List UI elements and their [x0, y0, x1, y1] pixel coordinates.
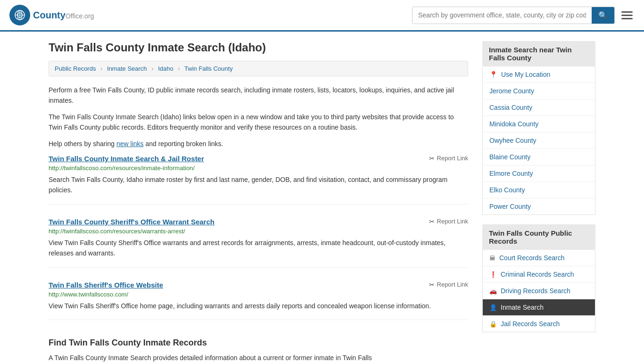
- description-1: Perform a free Twin Falls County, ID pub…: [49, 85, 468, 106]
- nearby-owyhee[interactable]: Owyhee County: [483, 132, 595, 149]
- nearby-section: Inmate Search near Twin Falls County 📍 U…: [482, 41, 595, 215]
- result-item: Twin Falls County Inmate Search & Jail R…: [49, 155, 468, 205]
- sidebar-driving-records[interactable]: Driving Records Search: [483, 283, 595, 299]
- jail-icon: [489, 320, 497, 328]
- search-button[interactable]: 🔍: [592, 7, 614, 24]
- result-desc-3: View Twin Falls Sheriff's Office home pa…: [49, 301, 468, 311]
- page-container: Twin Falls County Inmate Search (Idaho) …: [39, 32, 605, 362]
- description-3: Help others by sharing new links and rep…: [49, 139, 468, 149]
- report-link-icon-1: ✂: [429, 155, 435, 162]
- report-link-2[interactable]: ✂ Report Link: [429, 218, 468, 225]
- inmate-icon: [489, 304, 497, 311]
- breadcrumb-public-records[interactable]: Public Records: [55, 65, 96, 72]
- result-header: Twin Falls County Inmate Search & Jail R…: [49, 155, 468, 163]
- result-url-1[interactable]: http://twinfallscoso.com/resources/inmat…: [49, 165, 468, 172]
- header: CountyOffice.org 🔍: [0, 0, 644, 32]
- find-section: Find Twin Falls County Inmate Records A …: [49, 333, 468, 362]
- result-desc-2: View Twin Falls County Sheriff's Office …: [49, 238, 468, 259]
- result-url-3[interactable]: http://www.twinfallscoso.com/: [49, 291, 468, 298]
- public-records-section-header: Twin Falls County Public Records: [482, 224, 595, 250]
- result-header: Twin Falls Sheriff's Office Website ✂ Re…: [49, 281, 468, 289]
- page-title: Twin Falls County Inmate Search (Idaho): [49, 41, 468, 54]
- criminal-icon: [489, 271, 497, 278]
- result-title-3[interactable]: Twin Falls Sheriff's Office Website: [49, 281, 163, 289]
- find-section-title: Find Twin Falls County Inmate Records: [49, 338, 468, 348]
- sidebar-jail-records[interactable]: Jail Records Search: [483, 316, 595, 332]
- report-link-icon-3: ✂: [429, 281, 435, 288]
- main-content: Twin Falls County Inmate Search (Idaho) …: [49, 41, 468, 362]
- nearby-list: 📍 Use My Location Jerome County Cassia C…: [482, 66, 595, 215]
- breadcrumb-idaho[interactable]: Idaho: [158, 65, 173, 72]
- description-2: The Twin Falls County Inmate Search (Ida…: [49, 112, 468, 133]
- result-item: Twin Falls County Sheriff's Office Warra…: [49, 218, 468, 268]
- breadcrumb-inmate-search[interactable]: Inmate Search: [107, 65, 147, 72]
- sidebar-criminal-records[interactable]: Criminal Records Search: [483, 266, 595, 283]
- result-desc-1: Search Twin Falls County, Idaho inmate r…: [49, 174, 468, 196]
- nearby-cassia[interactable]: Cassia County: [483, 99, 595, 116]
- nearby-blaine[interactable]: Blaine County: [483, 149, 595, 165]
- public-records-list: Court Records Search Criminal Records Se…: [482, 250, 595, 332]
- report-link-3[interactable]: ✂ Report Link: [429, 281, 468, 288]
- result-title-2[interactable]: Twin Falls County Sheriff's Office Warra…: [49, 218, 215, 226]
- search-bar: 🔍: [412, 7, 615, 24]
- nearby-section-header: Inmate Search near Twin Falls County: [482, 41, 595, 66]
- court-icon: [489, 254, 495, 262]
- hamburger-menu-button[interactable]: [619, 9, 635, 21]
- driving-icon: [489, 287, 497, 295]
- logo-icon: [9, 5, 30, 25]
- location-icon: 📍: [489, 71, 497, 78]
- search-input[interactable]: [413, 8, 592, 23]
- logo[interactable]: CountyOffice.org: [9, 5, 94, 25]
- nearby-power[interactable]: Power County: [483, 198, 595, 214]
- nearby-use-my-location[interactable]: 📍 Use My Location: [483, 66, 595, 83]
- breadcrumb-twin-falls[interactable]: Twin Falls County: [184, 65, 233, 72]
- result-item: Twin Falls Sheriff's Office Website ✂ Re…: [49, 281, 468, 320]
- nearby-jerome[interactable]: Jerome County: [483, 83, 595, 99]
- report-link-icon-2: ✂: [429, 218, 435, 225]
- sidebar: Inmate Search near Twin Falls County 📍 U…: [482, 41, 595, 362]
- breadcrumb: Public Records › Inmate Search › Idaho ›…: [49, 61, 468, 76]
- sidebar-court-records[interactable]: Court Records Search: [483, 250, 595, 266]
- nearby-minidoka[interactable]: Minidoka County: [483, 116, 595, 132]
- new-links-link[interactable]: new links: [116, 140, 144, 148]
- result-url-2[interactable]: http://twinfallscoso.com/resources/warra…: [49, 228, 468, 235]
- header-search-area: 🔍: [412, 7, 635, 24]
- result-header: Twin Falls County Sheriff's Office Warra…: [49, 218, 468, 226]
- logo-text: CountyOffice.org: [33, 10, 94, 21]
- nearby-elmore[interactable]: Elmore County: [483, 165, 595, 182]
- result-title-1[interactable]: Twin Falls County Inmate Search & Jail R…: [49, 155, 204, 163]
- report-link-1[interactable]: ✂ Report Link: [429, 155, 468, 162]
- nearby-elko[interactable]: Elko County: [483, 182, 595, 198]
- find-section-description: A Twin Falls County Inmate Search provid…: [49, 353, 468, 362]
- sidebar-inmate-search[interactable]: Inmate Search: [483, 299, 595, 316]
- public-records-section: Twin Falls County Public Records Court R…: [482, 224, 595, 332]
